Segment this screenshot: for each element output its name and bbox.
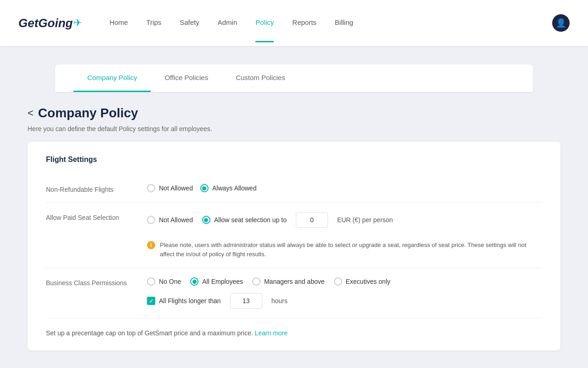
bottom-note-text: Set up a precentage cap on top of GetSma… bbox=[46, 329, 253, 337]
paid-seat-row: Allow Paid Seat Selection Not Allowed Al… bbox=[46, 203, 542, 268]
bc-hours-row: ✓ All Flights longer than hours bbox=[147, 293, 390, 309]
tab-bar: Company Policy Office Policies Custom Po… bbox=[55, 64, 533, 92]
bc-hours-input[interactable] bbox=[230, 293, 262, 309]
bc-managers-label: Managers and above bbox=[264, 278, 325, 285]
bc-no-one-label: No One bbox=[159, 278, 181, 285]
paid-seat-amount-input[interactable] bbox=[296, 212, 328, 228]
bc-managers-option[interactable]: Managers and above bbox=[252, 277, 325, 286]
bc-all-employees-option[interactable]: All Employees bbox=[190, 277, 243, 286]
main-nav: Home Trips Safety Admin Policy Reports B… bbox=[109, 18, 552, 28]
bc-checkbox-wrapper[interactable]: ✓ All Flights longer than bbox=[147, 297, 221, 305]
nav-billing[interactable]: Billing bbox=[335, 18, 353, 28]
nav-safety[interactable]: Safety bbox=[180, 18, 199, 28]
paid-seat-info-text: Please note, users with administrator st… bbox=[160, 241, 542, 259]
page-header: < Company Policy bbox=[28, 106, 560, 121]
page-title: Company Policy bbox=[38, 106, 138, 121]
bc-checkbox-label: All Flights longer than bbox=[159, 297, 221, 305]
tab-company-policy[interactable]: Company Policy bbox=[74, 64, 151, 92]
paid-seat-not-allowed-radio[interactable] bbox=[147, 216, 155, 224]
nav-home[interactable]: Home bbox=[109, 18, 128, 28]
paid-seat-not-allowed-option[interactable]: Not Allowed bbox=[147, 216, 193, 224]
non-refundable-always-allowed-radio[interactable] bbox=[200, 184, 209, 192]
non-refundable-not-allowed-radio[interactable] bbox=[147, 184, 155, 192]
non-refundable-not-allowed-label: Not Allowed bbox=[159, 184, 193, 192]
paid-seat-allow-option[interactable]: Allow seat selection up to bbox=[202, 216, 287, 224]
info-icon: i bbox=[147, 241, 155, 249]
paid-seat-inner: Allow Paid Seat Selection Not Allowed Al… bbox=[46, 212, 542, 259]
nav-trips[interactable]: Trips bbox=[146, 18, 161, 28]
section-title-flight: Flight Settings bbox=[46, 155, 542, 164]
brand-arrow: ✈ bbox=[74, 17, 82, 29]
main-content: Company Policy Office Policies Custom Po… bbox=[0, 46, 588, 368]
page-header-area: < Company Policy Here you can define the… bbox=[28, 106, 560, 132]
non-refundable-row: Non-Refundable Flights Not Allowed Alway… bbox=[46, 175, 542, 203]
bc-no-one-radio[interactable] bbox=[147, 277, 155, 286]
nav-admin[interactable]: Admin bbox=[218, 18, 237, 28]
bc-checkbox[interactable]: ✓ bbox=[147, 297, 155, 305]
paid-seat-unit: EUR (€) per person bbox=[337, 216, 393, 224]
learn-more-link[interactable]: Learn more bbox=[254, 329, 288, 337]
back-button[interactable]: < bbox=[28, 107, 34, 119]
business-class-row: Business Class Permissions No One All Em… bbox=[46, 268, 542, 318]
non-refundable-always-allowed-radio-fill bbox=[202, 186, 206, 190]
paid-seat-info: i Please note, users with administrator … bbox=[147, 241, 542, 259]
header: GetGoing ✈ Home Trips Safety Admin Polic… bbox=[0, 0, 588, 46]
policy-card: Flight Settings Non-Refundable Flights N… bbox=[28, 142, 560, 351]
paid-seat-allow-radio[interactable] bbox=[202, 216, 210, 224]
bc-all-employees-label: All Employees bbox=[202, 278, 243, 285]
business-class-radio-row: No One All Employees Managers and above bbox=[147, 277, 390, 286]
paid-seat-not-allowed-label: Not Allowed bbox=[159, 216, 193, 224]
user-avatar[interactable]: 👤 bbox=[552, 14, 570, 32]
paid-seat-allow-label: Allow seat selection up to bbox=[214, 216, 287, 224]
business-class-controls: No One All Employees Managers and above bbox=[147, 277, 390, 309]
paid-seat-label: Allow Paid Seat Selection bbox=[46, 212, 147, 221]
paid-seat-radio-row: Not Allowed Allow seat selection up to E… bbox=[147, 212, 542, 228]
nav-policy[interactable]: Policy bbox=[255, 18, 274, 42]
non-refundable-label: Non-Refundable Flights bbox=[46, 184, 147, 193]
bc-all-employees-radio-fill bbox=[192, 280, 197, 284]
bc-managers-radio[interactable] bbox=[252, 277, 260, 286]
non-refundable-always-allowed-label: Always Allowed bbox=[212, 184, 257, 192]
paid-seat-controls: Not Allowed Allow seat selection up to E… bbox=[147, 212, 542, 259]
nav-reports[interactable]: Reports bbox=[292, 18, 317, 28]
tab-custom-policies[interactable]: Custom Policies bbox=[222, 64, 299, 92]
brand-name: GetGoing bbox=[18, 16, 73, 30]
page-description: Here you can define the default Policy s… bbox=[28, 125, 560, 132]
bc-executives-label: Executives only bbox=[346, 278, 390, 285]
user-icon: 👤 bbox=[556, 18, 566, 28]
non-refundable-not-allowed-option[interactable]: Not Allowed bbox=[147, 184, 193, 192]
bottom-note: Set up a precentage cap on top of GetSma… bbox=[46, 318, 542, 337]
logo: GetGoing ✈ bbox=[18, 16, 82, 30]
bc-all-employees-radio[interactable] bbox=[190, 277, 198, 286]
paid-seat-allow-radio-fill bbox=[204, 218, 208, 222]
bc-executives-radio[interactable] bbox=[334, 277, 342, 286]
business-class-label: Business Class Permissions bbox=[46, 277, 147, 287]
bc-hours-unit: hours bbox=[271, 297, 288, 305]
non-refundable-controls: Not Allowed Always Allowed bbox=[147, 184, 256, 192]
tab-office-policies[interactable]: Office Policies bbox=[151, 64, 222, 92]
bc-executives-option[interactable]: Executives only bbox=[334, 277, 390, 286]
bc-no-one-option[interactable]: No One bbox=[147, 277, 181, 286]
non-refundable-always-allowed-option[interactable]: Always Allowed bbox=[200, 184, 257, 192]
